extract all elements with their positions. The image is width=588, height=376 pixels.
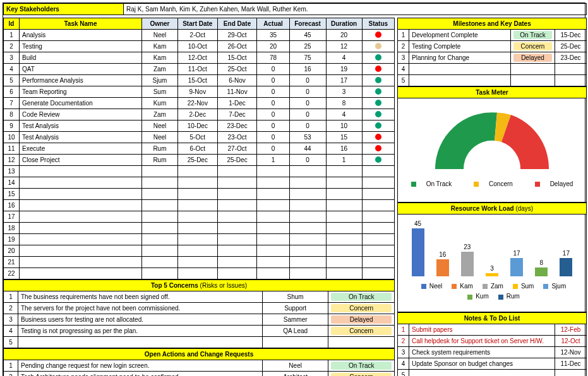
table-row: 9Test AnalysisNeel10-Dec23-Dec0010: [4, 120, 395, 132]
table-row: 18: [4, 223, 395, 234]
table-row: 1AnalysisNeel2-Oct29-Oct354520: [4, 30, 395, 41]
status-dot: [375, 145, 381, 151]
bar: 16: [435, 251, 451, 276]
col-duration: Duration: [326, 18, 362, 30]
table-row: 19: [4, 234, 395, 245]
table-row: 3Business users for testing are not allo…: [4, 314, 395, 326]
gauge-legend: On Track Concern Delayed: [400, 180, 584, 187]
stakeholders-label: Key Stakeholders: [4, 4, 124, 15]
table-row: 13: [4, 166, 395, 177]
table-row: 6Team ReportingSum9-Nov11-Nov003: [4, 86, 395, 98]
table-row: 11ExecuteRum6-Oct27-Oct04416: [4, 143, 395, 155]
task-table: Id Task Name Owner Start Date End Date A…: [3, 18, 395, 279]
table-row: 2Testing CompleteConcern25-Dec: [398, 41, 587, 52]
table-row: 20: [4, 245, 395, 257]
actions-title: Open Actions and Change Requests: [4, 349, 395, 360]
milestones-title: Milestones and Key Dates: [398, 18, 587, 30]
actions-table: Open Actions and Change Requests 1Pendin…: [3, 348, 395, 376]
table-row: 16: [4, 200, 395, 211]
table-row: 2TestingKam10-Oct26-Oct202512: [4, 41, 395, 52]
col-start: Start Date: [177, 18, 217, 30]
table-row: 4: [398, 64, 587, 75]
table-row: 3BuildKam12-Oct15-Oct78754: [4, 52, 395, 64]
table-row: 10Test AnalysisNeel5-Oct23-Oct05315: [4, 132, 395, 143]
table-row: 4Update Sponsor on budget changes11-Dec: [398, 358, 587, 370]
col-id: Id: [4, 18, 20, 30]
table-row: 8Code ReviewZam2-Dec7-Dec004: [4, 109, 395, 120]
table-row: 3Planning for ChangeDelayed23-Dec: [398, 52, 587, 64]
status-dot: [375, 134, 381, 140]
col-forecast: Forecast: [289, 18, 326, 30]
resource-title: Resource Work Load (days): [398, 203, 587, 214]
bar-legend: NeelKamZamSumSjumKumRum: [405, 281, 579, 302]
bar: 23: [459, 244, 476, 276]
table-row: 15: [4, 189, 395, 200]
status-dot: [375, 43, 381, 49]
bar: 17: [508, 250, 525, 276]
table-row: 4QATZam11-Oct25-Oct01619: [4, 64, 395, 75]
table-row: 5Performance AnalysisSjum15-Oct6-Nov0017: [4, 75, 395, 86]
bar: 8: [533, 259, 549, 276]
table-row: 3Check system requirements12-Nov: [398, 347, 587, 358]
bar: 45: [410, 220, 426, 277]
task-meter: Task Meter On Track Concern Delayed: [397, 86, 587, 203]
table-row: 5: [4, 337, 395, 348]
table-row: 2Tech Architecture needs alignment need …: [4, 372, 395, 377]
table-row: 5: [398, 370, 587, 377]
status-dot: [375, 77, 381, 83]
table-row: 17: [4, 211, 395, 223]
gauge-chart: [429, 106, 555, 169]
col-actual: Actual: [257, 18, 289, 30]
bar-chart: 451623317817: [405, 220, 579, 276]
table-row: 7Generate DocumentationKum22-Nov1-Dec008: [4, 98, 395, 109]
table-row: 2Call helpdesk for Support ticket on Ser…: [398, 336, 587, 347]
bar: 17: [558, 250, 574, 276]
status-dot: [375, 122, 381, 129]
status-dot: [375, 32, 381, 38]
col-end: End Date: [217, 18, 257, 30]
col-name: Task Name: [20, 18, 142, 30]
table-row: 14: [4, 177, 395, 189]
table-row: 1Submit papers12-Feb: [398, 324, 587, 336]
table-row: 1Development CompleteOn Track15-Dec: [398, 30, 587, 41]
col-status: Status: [362, 18, 394, 30]
status-dot: [375, 111, 381, 117]
table-row: 4Testing is not progressing as per the p…: [4, 326, 395, 337]
bar: 3: [484, 265, 500, 276]
task-meter-title: Task Meter: [398, 87, 587, 98]
resource-chart: Resource Work Load (days) 451623317817 N…: [397, 203, 587, 312]
table-row: 22: [4, 268, 395, 279]
col-owner: Owner: [141, 18, 177, 30]
milestones-table: Milestones and Key Dates 1Development Co…: [397, 18, 587, 86]
status-dot: [375, 88, 381, 95]
table-row: 1Pending change request for new login sc…: [4, 360, 395, 372]
table-row: 5: [398, 75, 587, 86]
concerns-title: Top 5 Concerns (Risks or Issues): [4, 280, 395, 291]
notes-table: Notes & To Do List 1Submit papers12-Feb2…: [397, 312, 587, 376]
status-dot: [375, 156, 381, 163]
concerns-table: Top 5 Concerns (Risks or Issues) 1The bu…: [3, 279, 395, 348]
table-row: 12Close ProjectRum25-Dec25-Dec101: [4, 155, 395, 166]
table-row: 21: [4, 257, 395, 268]
notes-title: Notes & To Do List: [398, 313, 587, 324]
status-dot: [375, 54, 381, 61]
status-dot: [375, 66, 381, 72]
stakeholders-row: Key Stakeholders Raj K, Sam Manh, Kim K,…: [3, 3, 587, 15]
status-dot: [375, 100, 381, 106]
table-row: 2The servers for the project have not be…: [4, 303, 395, 314]
stakeholders-value: Raj K, Sam Manh, Kim K, Zuhen Kahen, Mar…: [124, 4, 587, 15]
table-row: 1The business requirements have not been…: [4, 291, 395, 303]
